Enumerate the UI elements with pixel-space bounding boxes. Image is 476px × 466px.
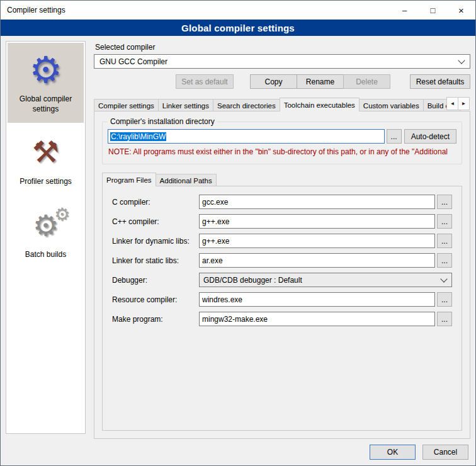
field-row-debugger: Debugger: GDB/CDB debugger : Default [112,273,452,287]
compiler-buttons-row: Set as default Copy Rename Delete Reset … [94,74,470,89]
field-label: Debugger: [112,276,199,285]
browse-button[interactable]: ... [437,292,452,307]
make-program-input[interactable] [199,312,435,326]
ok-button[interactable]: OK [370,445,416,460]
autodetect-button[interactable]: Auto-detect [404,129,456,144]
static-linker-input[interactable] [199,253,435,268]
tab-additional-paths[interactable]: Additional Paths [156,174,217,186]
maximize-button[interactable]: □ [419,1,447,20]
sidebar-item-batch-builds[interactable]: ⚙ ⚙ Batch builds [8,198,84,269]
sidebar: ⚙ Global compiler settings ⚒ Profiler se… [6,41,86,434]
compiler-combobox[interactable]: GNU GCC Compiler [94,54,470,69]
field-row-cpp-compiler: C++ compiler: ... [112,214,452,229]
browse-button[interactable]: ... [437,195,452,209]
browse-button[interactable]: ... [437,214,452,229]
minimize-button[interactable]: – [390,1,419,20]
compiler-settings-dialog: Compiler settings – □ × Global compiler … [0,0,476,466]
tab-scroll-right-button[interactable]: ► [458,97,470,110]
field-label: Make program: [112,315,199,324]
tab-toolchain-executables[interactable]: Toolchain executables [280,98,360,111]
close-button[interactable]: × [447,1,475,20]
field-label: Resource compiler: [112,295,199,304]
c-compiler-input[interactable] [199,195,435,209]
programs-tabstrip: Program Files Additional Paths [102,172,462,186]
note-text: NOTE: All programs must exist either in … [108,147,456,156]
field-label: C compiler: [112,198,199,207]
dialog-content: ⚙ Global compiler settings ⚒ Profiler se… [1,36,475,439]
settings-tabstrip: Compiler settings Linker settings Search… [94,97,470,111]
compiler-combobox-value: GNU GCC Compiler [99,57,459,66]
selected-compiler-label: Selected compiler [95,43,470,52]
field-row-resource-compiler: Resource compiler: ... [112,292,452,307]
sidebar-item-label: Profiler settings [10,177,81,187]
rename-button[interactable]: Rename [297,74,344,89]
cpp-compiler-input[interactable] [199,214,435,229]
installation-directory-group: Compiler's installation directory C:\ray… [102,117,462,164]
field-row-make-program: Make program: ... [112,312,452,326]
tab-search-directories[interactable]: Search directories [213,99,280,111]
debugger-select-value: GDB/CDB debugger : Default [203,276,441,285]
debugger-select[interactable]: GDB/CDB debugger : Default [199,273,452,287]
browse-button[interactable]: ... [437,312,452,326]
field-row-static-linker: Linker for static libs: ... [112,253,452,268]
reset-defaults-button[interactable]: Reset defaults [410,74,470,89]
directory-browse-button[interactable]: ... [387,129,402,144]
browse-button[interactable]: ... [437,253,452,268]
selected-text: C:\raylib\MinGW [110,132,166,141]
field-label: C++ compiler: [112,217,199,226]
tab-compiler-settings[interactable]: Compiler settings [94,99,159,111]
browse-button[interactable]: ... [437,234,452,248]
sidebar-item-global-compiler-settings[interactable]: ⚙ Global compiler settings [8,43,84,123]
sidebar-item-label: Global compiler settings [10,94,81,114]
field-label: Linker for static libs: [112,256,199,265]
resource-compiler-input[interactable] [199,292,435,307]
dialog-header: Global compiler settings [1,20,475,36]
gears-icon: ⚙ ⚙ [10,205,81,246]
copy-button[interactable]: Copy [250,74,297,89]
hammer-tool-icon: ⚒ [10,132,81,173]
cancel-button[interactable]: Cancel [422,445,468,460]
tab-program-files[interactable]: Program Files [102,173,156,186]
installation-directory-row: C:\raylib\MinGW ... Auto-detect [108,129,456,144]
titlebar: Compiler settings – □ × [1,1,475,20]
field-label: Linker for dynamic libs: [112,237,199,246]
set-as-default-button[interactable]: Set as default [176,74,234,89]
tab-scroll-left-button[interactable]: ◄ [446,97,458,110]
program-files-panel: C compiler: ... C++ compiler: ... Linker… [102,186,462,431]
installation-directory-group-title: Compiler's installation directory [108,117,217,126]
field-row-dynamic-linker: Linker for dynamic libs: ... [112,234,452,248]
chevron-down-icon [458,57,465,64]
window-title: Compiler settings [1,6,390,14]
dynamic-linker-input[interactable] [199,234,435,248]
dialog-footer: OK Cancel [1,439,475,465]
gear-icon: ⚙ [10,49,81,91]
tab-scroll-arrows: ◄ ► [447,97,470,110]
sidebar-item-label: Batch builds [10,250,81,260]
delete-button[interactable]: Delete [343,74,390,89]
tab-custom-variables[interactable]: Custom variables [359,99,424,111]
field-row-c-compiler: C compiler: ... [112,195,452,209]
chevron-down-icon [440,275,447,282]
toolchain-executables-panel: Compiler's installation directory C:\ray… [94,111,470,439]
sidebar-item-profiler-settings[interactable]: ⚒ Profiler settings [8,125,84,196]
installation-directory-input[interactable]: C:\raylib\MinGW [108,129,385,144]
main-area: Selected compiler GNU GCC Compiler Set a… [94,41,470,439]
tab-linker-settings[interactable]: Linker settings [158,99,213,111]
